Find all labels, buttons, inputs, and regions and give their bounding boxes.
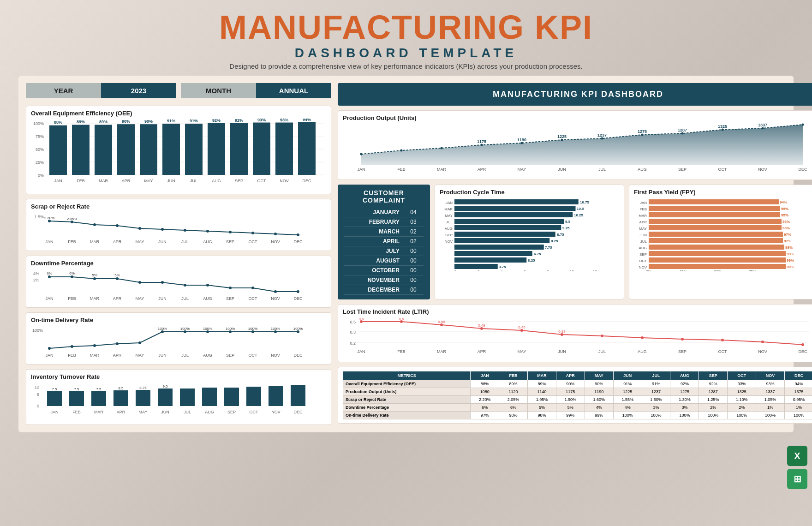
year-value: 2023: [101, 83, 176, 98]
svg-text:25%: 25%: [680, 269, 687, 271]
svg-text:1.5%: 1.5%: [34, 215, 44, 219]
svg-text:0.6: 0.6: [399, 317, 404, 321]
svg-text:JUL: JUL: [598, 349, 606, 354]
svg-text:JUN: JUN: [639, 233, 647, 237]
fpy-card: First Pass Yield (FPY) JAN 94% FEB 95% M…: [629, 185, 812, 299]
svg-text:DEC: DEC: [798, 167, 807, 172]
svg-text:2%: 2%: [33, 278, 39, 282]
svg-text:0.45: 0.45: [518, 325, 525, 329]
svg-text:97%: 97%: [784, 233, 791, 237]
cycle-time-svg: JAN 10.75 MAR 10.5 MAY 10.25 JUL: [440, 197, 615, 271]
svg-text:7.5: 7.5: [52, 387, 57, 391]
svg-rect-146: [224, 388, 239, 406]
svg-text:NOV: NOV: [271, 239, 280, 244]
svg-text:8.75: 8.75: [139, 386, 147, 390]
svg-text:8: 8: [547, 269, 549, 271]
svg-text:89%: 89%: [77, 120, 85, 124]
svg-rect-139: [69, 391, 84, 406]
complaint-table: JANUARY 04 FEBRUARY 03 MARCH 02 APRIL: [344, 208, 424, 295]
svg-point-287: [601, 335, 603, 337]
svg-text:94%: 94%: [780, 200, 787, 204]
scrap-chart-svg: 1.5% 2.20% 2.05%: [31, 212, 326, 245]
svg-text:NOV: NOV: [445, 239, 453, 244]
svg-rect-223: [454, 245, 544, 250]
svg-text:75%: 75%: [749, 269, 756, 271]
svg-text:75%: 75%: [36, 134, 44, 139]
svg-text:8.5: 8.5: [118, 386, 124, 390]
svg-text:APR: APR: [113, 239, 122, 244]
excel-icon-2[interactable]: ⊞: [787, 469, 807, 489]
col-apr: APR: [556, 371, 585, 380]
svg-point-77: [93, 277, 96, 280]
svg-text:OCT: OCT: [250, 410, 259, 414]
svg-text:MAY: MAY: [144, 179, 153, 183]
col-aug: AUG: [670, 371, 699, 380]
svg-text:100%: 100%: [33, 121, 44, 126]
svg-point-84: [251, 287, 254, 289]
svg-point-176: [641, 134, 644, 136]
complaint-month: APRIL: [344, 237, 403, 246]
svg-text:AUG: AUG: [638, 167, 647, 172]
col-nov: NOV: [756, 371, 785, 380]
svg-text:MAY: MAY: [445, 214, 453, 218]
svg-text:1337: 1337: [758, 123, 767, 127]
svg-text:SEP: SEP: [445, 233, 453, 237]
svg-text:95%: 95%: [781, 213, 788, 217]
svg-rect-28: [253, 123, 270, 175]
metric-name: Overall Equipment Efficiency (OEE): [343, 380, 471, 388]
metric-name: On-time Delivery Rate: [343, 412, 471, 419]
month-label: MONTH: [181, 83, 256, 98]
svg-text:100%: 100%: [271, 327, 280, 331]
svg-text:JAN: JAN: [446, 201, 453, 205]
scrap-card: Scrap or Reject Rate 1.5%: [26, 199, 331, 251]
svg-text:DEC: DEC: [293, 353, 303, 358]
svg-text:FEB: FEB: [397, 167, 406, 172]
svg-text:10.5: 10.5: [577, 207, 584, 211]
svg-point-175: [601, 137, 603, 140]
svg-text:96%: 96%: [782, 220, 790, 224]
svg-text:MAR: MAR: [90, 296, 100, 301]
complaint-month: AUGUST: [344, 256, 403, 266]
svg-point-79: [138, 281, 141, 284]
complaint-month: NOVEMBER: [344, 275, 403, 285]
svg-text:100%: 100%: [180, 327, 190, 331]
svg-text:6: 6: [524, 269, 526, 271]
cycle-time-title: Production Cycle Time: [440, 189, 619, 196]
svg-text:7.5: 7.5: [74, 387, 79, 391]
svg-point-57: [274, 233, 277, 235]
svg-text:98%: 98%: [785, 245, 793, 250]
svg-text:NOV: NOV: [271, 353, 280, 358]
svg-text:FEB: FEB: [77, 179, 85, 183]
month-value: ANNUAL: [256, 83, 331, 98]
svg-text:SEP: SEP: [226, 353, 234, 358]
excel-icon-1[interactable]: X: [787, 446, 807, 466]
table-row: FEBRUARY 03: [344, 217, 424, 227]
svg-text:95%: 95%: [781, 207, 788, 211]
svg-point-107: [116, 342, 119, 345]
ontime-title: On-time Delivery Rate: [31, 317, 326, 323]
col-dec: DEC: [785, 371, 812, 380]
right-column: MANUFACTURING KPI DASHBOARD Production O…: [338, 83, 812, 425]
svg-text:JAN: JAN: [357, 349, 365, 354]
dashboard-body: YEAR 2023 MONTH ANNUAL Overall Equipment…: [18, 76, 794, 432]
col-jul: JUL: [642, 371, 670, 380]
svg-text:OCT: OCT: [249, 353, 258, 358]
svg-text:JUL: JUL: [181, 353, 189, 358]
svg-point-53: [184, 229, 186, 232]
oee-card: Overall Equipment Efficiency (OEE) 100% …: [26, 106, 331, 194]
svg-text:99%: 99%: [787, 252, 794, 256]
col-feb: FEB: [499, 371, 528, 380]
svg-text:1375: 1375: [798, 123, 807, 124]
col-mar: MAR: [528, 371, 556, 380]
svg-point-291: [761, 341, 764, 343]
svg-text:100%: 100%: [32, 328, 43, 333]
svg-rect-221: [454, 238, 549, 243]
svg-rect-242: [649, 206, 780, 211]
col-may: MAY: [585, 371, 613, 380]
ltir-card: Lost Time Incident Rate (LTIR) 0.5 0.3 0…: [338, 304, 812, 362]
svg-text:JUL: JUL: [181, 239, 189, 244]
svg-point-173: [521, 142, 523, 144]
svg-text:JAN: JAN: [357, 167, 365, 172]
svg-text:MAR: MAR: [90, 353, 100, 358]
svg-text:2.20%: 2.20%: [44, 216, 55, 220]
